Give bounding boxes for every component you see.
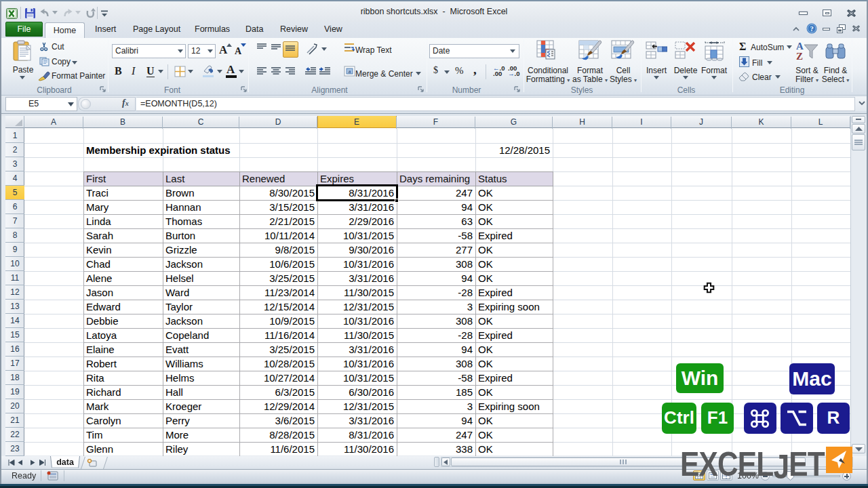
svg-text:A: A (796, 41, 804, 52)
svg-text:Z: Z (796, 51, 803, 62)
svg-text:a: a (349, 68, 351, 75)
